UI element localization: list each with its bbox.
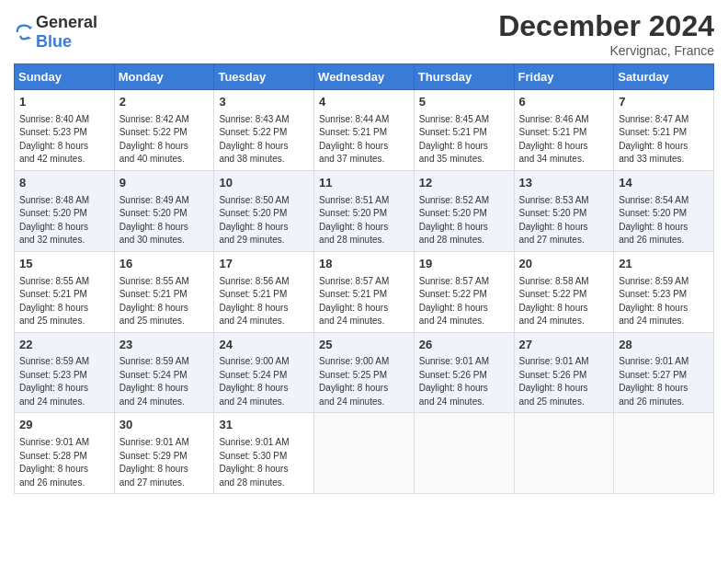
- day-number: 25: [319, 337, 409, 354]
- day-info: and 24 minutes.: [19, 396, 109, 409]
- calendar-cell: 11Sunrise: 8:51 AMSunset: 5:20 PMDayligh…: [314, 170, 415, 251]
- day-info: Daylight: 8 hours: [319, 382, 409, 396]
- calendar-cell: 16Sunrise: 8:55 AMSunset: 5:21 PMDayligh…: [114, 251, 214, 332]
- day-info: and 27 minutes.: [119, 477, 210, 490]
- day-number: 8: [19, 175, 109, 192]
- day-info: and 26 minutes.: [19, 477, 109, 490]
- day-number: 31: [219, 417, 309, 434]
- day-info: and 30 minutes.: [119, 234, 210, 247]
- day-number: 13: [519, 175, 609, 192]
- calendar-cell: 15Sunrise: 8:55 AMSunset: 5:21 PMDayligh…: [15, 251, 115, 332]
- day-info: Daylight: 8 hours: [619, 302, 709, 316]
- logo: General Blue: [14, 13, 97, 52]
- day-info: Daylight: 8 hours: [119, 140, 210, 154]
- col-thursday: Thursday: [414, 64, 514, 90]
- week-row-3: 15Sunrise: 8:55 AMSunset: 5:21 PMDayligh…: [15, 251, 714, 332]
- day-info: Daylight: 8 hours: [19, 302, 109, 316]
- day-info: Sunrise: 8:53 AM: [519, 194, 609, 208]
- day-info: Sunset: 5:25 PM: [319, 369, 409, 383]
- day-number: 9: [119, 175, 210, 192]
- day-info: Sunset: 5:23 PM: [19, 126, 109, 140]
- calendar-cell: 21Sunrise: 8:59 AMSunset: 5:23 PMDayligh…: [614, 251, 714, 332]
- col-friday: Friday: [514, 64, 614, 90]
- logo-general: General: [36, 13, 97, 31]
- day-info: Sunrise: 8:59 AM: [119, 355, 210, 369]
- day-info: Sunset: 5:21 PM: [419, 126, 509, 140]
- day-info: Sunrise: 9:01 AM: [119, 436, 210, 450]
- day-info: Sunset: 5:20 PM: [19, 207, 109, 221]
- day-info: Sunrise: 8:51 AM: [319, 194, 409, 208]
- day-info: and 27 minutes.: [519, 234, 609, 247]
- day-info: Daylight: 8 hours: [419, 221, 509, 235]
- calendar-cell: 7Sunrise: 8:47 AMSunset: 5:21 PMDaylight…: [614, 90, 714, 171]
- col-wednesday: Wednesday: [314, 64, 415, 90]
- day-info: Daylight: 8 hours: [519, 140, 609, 154]
- day-info: Sunrise: 9:00 AM: [219, 355, 309, 369]
- day-number: 26: [419, 337, 509, 354]
- header: General Blue December 2024 Kervignac, Fr…: [14, 9, 714, 58]
- day-info: and 24 minutes.: [619, 315, 709, 328]
- day-info: and 28 minutes.: [319, 234, 409, 247]
- day-info: Daylight: 8 hours: [419, 302, 509, 316]
- day-info: Sunset: 5:20 PM: [419, 207, 509, 221]
- day-info: Sunrise: 9:01 AM: [19, 436, 109, 450]
- day-number: 24: [219, 337, 309, 354]
- day-info: Daylight: 8 hours: [19, 463, 109, 477]
- day-info: Sunset: 5:21 PM: [319, 288, 409, 302]
- day-info: Daylight: 8 hours: [319, 140, 409, 154]
- day-number: 5: [419, 94, 509, 111]
- calendar-cell: 18Sunrise: 8:57 AMSunset: 5:21 PMDayligh…: [314, 251, 415, 332]
- day-info: Sunset: 5:20 PM: [319, 207, 409, 221]
- calendar-cell: 23Sunrise: 8:59 AMSunset: 5:24 PMDayligh…: [114, 332, 214, 413]
- title-block: December 2024 Kervignac, France: [498, 9, 714, 58]
- day-info: Sunrise: 8:48 AM: [19, 194, 109, 208]
- day-info: Sunset: 5:20 PM: [119, 207, 210, 221]
- day-info: and 24 minutes.: [319, 396, 409, 409]
- calendar-cell: [614, 413, 714, 494]
- day-info: and 29 minutes.: [219, 234, 309, 247]
- calendar-cell: [514, 413, 614, 494]
- day-info: Sunset: 5:30 PM: [219, 450, 309, 464]
- day-number: 7: [619, 94, 709, 111]
- day-info: Daylight: 8 hours: [619, 221, 709, 235]
- calendar-cell: 6Sunrise: 8:46 AMSunset: 5:21 PMDaylight…: [514, 90, 614, 171]
- day-info: and 25 minutes.: [119, 315, 210, 328]
- day-number: 23: [119, 337, 210, 354]
- calendar-cell: 30Sunrise: 9:01 AMSunset: 5:29 PMDayligh…: [114, 413, 214, 494]
- calendar-table: Sunday Monday Tuesday Wednesday Thursday…: [14, 63, 714, 494]
- day-info: Sunrise: 8:44 AM: [319, 113, 409, 127]
- day-info: Sunset: 5:21 PM: [119, 288, 210, 302]
- day-info: and 33 minutes.: [619, 153, 709, 167]
- calendar-container: General Blue December 2024 Kervignac, Fr…: [0, 0, 728, 503]
- day-info: Sunset: 5:21 PM: [319, 126, 409, 140]
- day-info: Sunrise: 8:59 AM: [19, 355, 109, 369]
- location: Kervignac, France: [498, 43, 714, 58]
- day-info: Sunset: 5:24 PM: [219, 369, 309, 383]
- day-info: Daylight: 8 hours: [219, 382, 309, 396]
- day-info: Sunset: 5:21 PM: [519, 126, 609, 140]
- day-info: Sunset: 5:23 PM: [19, 369, 109, 383]
- day-info: Sunrise: 8:40 AM: [19, 113, 109, 127]
- day-info: Sunrise: 8:56 AM: [219, 275, 309, 289]
- day-number: 16: [119, 256, 210, 273]
- day-info: Sunset: 5:24 PM: [119, 369, 210, 383]
- day-info: and 34 minutes.: [519, 153, 609, 167]
- day-info: Sunrise: 9:01 AM: [619, 355, 709, 369]
- day-info: Daylight: 8 hours: [119, 221, 210, 235]
- calendar-cell: 9Sunrise: 8:49 AMSunset: 5:20 PMDaylight…: [114, 170, 214, 251]
- logo-blue: Blue: [36, 32, 72, 51]
- week-row-4: 22Sunrise: 8:59 AMSunset: 5:23 PMDayligh…: [15, 332, 714, 413]
- day-info: Sunrise: 8:43 AM: [219, 113, 309, 127]
- day-info: Sunrise: 8:54 AM: [619, 194, 709, 208]
- day-info: and 24 minutes.: [419, 396, 509, 409]
- calendar-cell: [414, 413, 514, 494]
- day-info: Daylight: 8 hours: [119, 302, 210, 316]
- day-number: 18: [319, 256, 409, 273]
- day-number: 10: [219, 175, 309, 192]
- day-info: and 26 minutes.: [619, 396, 709, 409]
- day-info: Sunrise: 9:01 AM: [519, 355, 609, 369]
- day-info: and 24 minutes.: [219, 396, 309, 409]
- day-info: Sunset: 5:20 PM: [519, 207, 609, 221]
- calendar-cell: 13Sunrise: 8:53 AMSunset: 5:20 PMDayligh…: [514, 170, 614, 251]
- day-info: Sunrise: 8:58 AM: [519, 275, 609, 289]
